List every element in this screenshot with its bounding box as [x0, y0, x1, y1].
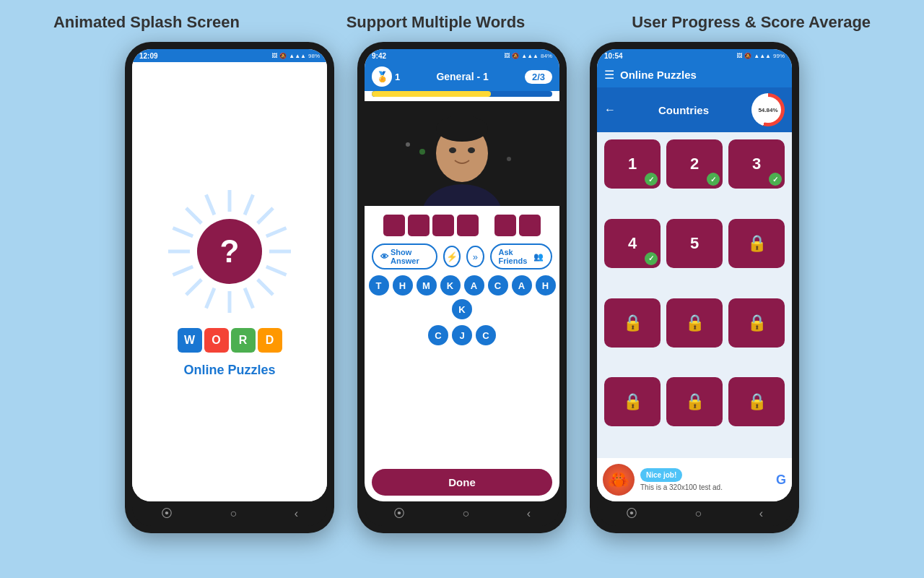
puzzle-cell-5[interactable]: 5: [666, 219, 723, 268]
letter-C[interactable]: C: [488, 275, 508, 296]
letter-K2[interactable]: K: [452, 299, 472, 319]
answer-box[interactable]: [432, 215, 454, 236]
letter-row-1: T H M K A C A H K: [365, 272, 559, 322]
nav-back-icon-2[interactable]: ‹: [527, 507, 531, 520]
letter-C2[interactable]: C: [428, 325, 448, 345]
svg-line-15: [206, 194, 214, 215]
letter-A2[interactable]: A: [512, 275, 532, 296]
phones-row: 12:09 🖼 🔕 ▲▲▲ 98%: [125, 39, 799, 533]
letter-J[interactable]: J: [452, 325, 472, 345]
nav-bar-2: ⦿ ○ ‹: [365, 501, 559, 526]
svg-point-20: [436, 116, 488, 142]
letter-C3[interactable]: C: [476, 325, 496, 345]
nav-recent-icon-2[interactable]: ⦿: [393, 507, 405, 520]
puzzle-cell-3[interactable]: 3 ✓: [728, 139, 785, 189]
splash-app-name: Online Puzzles: [183, 363, 275, 378]
ask-friends-button[interactable]: Ask Friends 👥: [490, 243, 552, 269]
friends-icon: 👥: [533, 252, 544, 262]
letter-H2[interactable]: H: [536, 275, 556, 296]
puzzles-sub-header: ← Countries 54.84%: [597, 87, 792, 132]
category-name: Countries: [658, 104, 709, 116]
hamburger-icon[interactable]: ☰: [604, 68, 614, 82]
done-button[interactable]: Done: [372, 469, 552, 496]
answer-group-2: [494, 215, 541, 236]
lightning-button[interactable]: ⚡: [443, 246, 461, 267]
ad-monster-icon: 🦀: [603, 464, 635, 496]
letter-T[interactable]: T: [369, 275, 389, 296]
phone-splash: 12:09 🖼 🔕 ▲▲▲ 98%: [125, 42, 334, 533]
back-button[interactable]: ←: [604, 103, 616, 116]
tile-w: W: [178, 328, 202, 353]
puzzle-cell-6: 🔒: [728, 219, 785, 268]
time-2: 9:42: [372, 52, 386, 60]
answer-box[interactable]: [457, 215, 479, 236]
show-answer-button[interactable]: 👁 Show Answer: [372, 243, 437, 269]
svg-point-21: [449, 147, 456, 153]
svg-line-6: [258, 279, 273, 294]
puzzle-cell-7: 🔒: [604, 298, 661, 348]
puzzles-screen: 10:54 🖼 🔕 ▲▲▲ 99% ☰ Online Puzzles ← Cou…: [597, 49, 792, 501]
answer-box[interactable]: [519, 215, 541, 236]
answer-box[interactable]: [408, 215, 430, 236]
cell-label-3: 3: [752, 155, 761, 173]
svg-line-13: [173, 228, 193, 236]
nav-recent-icon-3[interactable]: ⦿: [626, 507, 637, 520]
svg-line-11: [173, 267, 193, 275]
splash-content: ? W O R D Online Puzzles: [132, 62, 327, 501]
nav-bar-1: ⦿ ○ ‹: [132, 501, 327, 526]
quiz-actions: 👁 Show Answer ⚡ » Ask Friends 👥: [365, 241, 559, 272]
question-mark: ?: [220, 236, 240, 267]
time-3: 10:54: [604, 52, 623, 60]
lock-icon-8: 🔒: [685, 314, 705, 332]
letter-A[interactable]: A: [464, 275, 484, 296]
spacer: [365, 348, 559, 463]
puzzle-cell-11: 🔒: [666, 377, 723, 426]
lock-icon-12: 🔒: [747, 392, 767, 411]
letter-K[interactable]: K: [440, 275, 461, 296]
progress-bar-wrap: [372, 91, 552, 97]
nav-back-icon-3[interactable]: ‹: [759, 507, 763, 520]
svg-point-22: [468, 147, 475, 153]
svg-line-9: [206, 288, 214, 308]
skip-icon: »: [473, 251, 478, 262]
svg-line-1: [245, 194, 253, 215]
lock-icon-9: 🔒: [747, 314, 767, 332]
lock-icon-6: 🔒: [747, 234, 767, 253]
svg-line-14: [186, 207, 201, 223]
lightning-icon: ⚡: [446, 251, 458, 262]
check-badge-1: ✓: [645, 173, 658, 186]
lock-icon-7: 🔒: [623, 314, 642, 332]
tile-r: R: [231, 328, 256, 353]
nav-home-icon[interactable]: ○: [230, 507, 237, 520]
answer-box[interactable]: [383, 215, 405, 236]
score-pct-text: 54.84%: [758, 107, 777, 113]
answer-box[interactable]: [494, 215, 516, 236]
answer-boxes: [365, 206, 559, 241]
letter-M[interactable]: M: [417, 275, 437, 296]
status-bar-3: 10:54 🖼 🔕 ▲▲▲ 99%: [597, 49, 792, 62]
cell-label-4: 4: [628, 234, 637, 253]
quiz-image: [365, 101, 559, 206]
cell-label-5: 5: [690, 234, 699, 253]
quiz-header: 🏅 1 General - 1 2/3: [365, 62, 559, 91]
nav-home-icon-2[interactable]: ○: [462, 507, 469, 520]
status-bar-2: 9:42 🖼 🔕 ▲▲▲ 84%: [365, 49, 559, 62]
svg-line-7: [245, 288, 253, 308]
puzzle-cell-4[interactable]: 4 ✓: [604, 219, 661, 268]
puzzle-cell-2[interactable]: 2 ✓: [666, 139, 723, 189]
google-g-icon: G: [776, 473, 786, 488]
nav-recent-icon[interactable]: ⦿: [161, 507, 173, 520]
page-titles-row: Animated Splash Screen Support Multiple …: [0, 0, 924, 39]
quiz-screen: 9:42 🖼 🔕 ▲▲▲ 84% 🏅 1 General - 1 2/3: [365, 49, 559, 501]
svg-line-3: [266, 228, 287, 236]
letter-H[interactable]: H: [393, 275, 413, 296]
svg-point-23: [419, 149, 425, 155]
puzzle-cell-12: 🔒: [728, 377, 785, 426]
nav-back-icon[interactable]: ‹: [295, 507, 298, 520]
title-splash: Animated Splash Screen: [53, 13, 240, 32]
nav-home-icon-3[interactable]: ○: [694, 507, 702, 520]
title-quiz: Support Multiple Words: [346, 13, 526, 32]
ad-content: Nice job! This is a 320x100 test ad.: [640, 468, 770, 491]
skip-button[interactable]: »: [466, 246, 484, 267]
puzzle-cell-1[interactable]: 1 ✓: [604, 139, 661, 189]
